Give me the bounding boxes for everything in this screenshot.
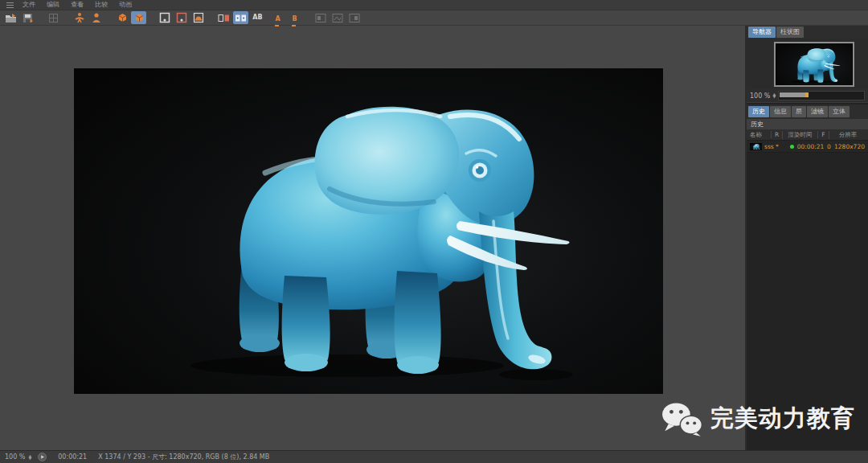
col-f[interactable]: F [817, 131, 829, 138]
navigator-thumbnail[interactable] [774, 42, 854, 87]
disabled-button-3 [346, 11, 362, 24]
window-menu-icon[interactable] [6, 2, 14, 8]
side-by-side-button[interactable] [233, 11, 248, 24]
col-resolution[interactable]: 分辨率 [829, 131, 866, 139]
menu-bar: 文件 编辑 查看 比较 动画 [0, 0, 868, 10]
render-channels-button[interactable] [72, 11, 87, 24]
zoom-slider-accent [805, 92, 809, 97]
two-rects-icon [218, 13, 230, 23]
menu-compare[interactable]: 比较 [89, 0, 113, 10]
region-frame-red-button[interactable] [174, 11, 189, 24]
statusbar-render-time: 00:00:21 [58, 453, 87, 461]
disabled-icon-1 [315, 13, 326, 23]
a-label: A [275, 15, 280, 23]
elephant-render [74, 68, 663, 394]
dual-panel-button[interactable] [216, 11, 231, 24]
col-r[interactable]: R [771, 131, 782, 138]
set-a-image-button[interactable]: A [270, 11, 285, 24]
disabled-button-2 [330, 11, 345, 24]
play-button[interactable] [38, 453, 47, 461]
a-underline [275, 25, 280, 27]
b-label: B [292, 15, 297, 23]
disabled-button-1 [313, 11, 328, 24]
tab-history[interactable]: 历史 [748, 106, 769, 117]
history-table-header: 名称 R 渲染时间 F 分辨率 [747, 129, 868, 141]
menu-animation[interactable]: 动画 [113, 0, 137, 10]
navigator-tabs: 导航器 柱状图 [747, 25, 868, 39]
tab-stereo[interactable]: 立体 [829, 106, 850, 117]
ab-compare-button[interactable]: AB [250, 11, 265, 24]
right-panel: 导航器 柱状图 100 % ▲▼ 历史 信息 层 滤 [747, 25, 868, 451]
panel-tabs: 历史 信息 层 滤镜 立体 [747, 104, 868, 118]
disabled-icon-3 [349, 13, 360, 23]
navigation-cross-icon [74, 12, 85, 23]
history-section-title: 历史 [747, 119, 868, 129]
two-rects-filled-icon [235, 13, 247, 23]
menu-file[interactable]: 文件 [17, 0, 41, 10]
ab-label: AB [252, 14, 262, 21]
history-row[interactable]: sss * 00:00:21 0 1280x720 [747, 141, 868, 153]
fit-to-view-button[interactable] [131, 11, 146, 24]
cube-selected-icon [133, 12, 145, 23]
tab-histogram[interactable]: 柱状图 [776, 27, 804, 38]
status-bar: 100 % ▲▼ 00:00:21 X 1374 / Y 293 - 尺寸: 1… [0, 450, 868, 463]
zoom-slider-handle[interactable] [780, 92, 805, 97]
history-row-time: 00:00:21 [796, 143, 825, 150]
navigator-zoom-slider[interactable] [778, 91, 865, 100]
history-row-resolution: 1280x720 [833, 143, 866, 150]
person-icon [91, 12, 102, 23]
tab-navigator[interactable]: 导航器 [748, 27, 776, 38]
full-size-button[interactable] [114, 11, 129, 24]
frame-dot-icon [159, 12, 170, 23]
folder-icon [5, 13, 17, 23]
tab-layer[interactable]: 层 [792, 106, 806, 117]
frame-dot-red-icon [176, 12, 187, 23]
zoom-stepper-icon[interactable]: ▲▼ [772, 93, 776, 98]
statusbar-image-info: X 1374 / Y 293 - 尺寸: 1280x720, RGB (8 位)… [98, 453, 269, 461]
workspace: 导航器 柱状图 100 % ▲▼ 历史 信息 层 滤 [0, 25, 868, 451]
tab-info[interactable]: 信息 [770, 106, 791, 117]
col-name[interactable]: 名称 [748, 131, 771, 139]
save-disk-icon [23, 13, 33, 23]
history-row-frame: 0 [825, 143, 833, 150]
tab-filter[interactable]: 滤镜 [807, 106, 828, 117]
play-icon [38, 453, 47, 461]
toolbar: AB A B [0, 10, 868, 26]
render-status-dot [790, 145, 794, 149]
rendered-image [74, 68, 663, 394]
statusbar-zoom-stepper-icon[interactable]: ▲▼ [28, 455, 31, 460]
b-underline [292, 25, 297, 27]
cube-icon [117, 12, 128, 23]
save-image-button[interactable] [20, 11, 35, 24]
safety-helmet-button[interactable] [190, 11, 206, 24]
disabled-icon-2 [332, 13, 343, 23]
grid-icon [48, 13, 59, 23]
history-row-name: sss * [764, 143, 788, 150]
statusbar-zoom: 100 % [5, 453, 25, 461]
render-viewport[interactable] [0, 25, 747, 451]
region-frame-button[interactable] [157, 11, 172, 24]
watermark-text: 完美动力教育 [710, 403, 855, 435]
wechat-icon [661, 401, 703, 436]
navigator-zoom-row: 100 % ▲▼ [747, 89, 868, 102]
helmet-icon [193, 12, 204, 23]
menu-edit[interactable]: 编辑 [41, 0, 65, 10]
thumbnail-elephant [776, 43, 853, 85]
navigator-zoom-value: 100 % [750, 92, 770, 100]
col-render-time[interactable]: 渲染时间 [782, 131, 817, 139]
compare-manager-button[interactable] [88, 11, 104, 24]
watermark: 完美动力教育 [661, 401, 855, 436]
set-b-image-button[interactable]: B [287, 11, 302, 24]
save-all-button-disabled [46, 11, 61, 24]
menu-view[interactable]: 查看 [65, 0, 89, 10]
picture-viewer-window: 文件 编辑 查看 比较 动画 [0, 0, 868, 463]
history-row-thumbnail [750, 143, 762, 150]
navigator-preview-area [747, 39, 868, 89]
open-file-button[interactable] [3, 11, 18, 24]
